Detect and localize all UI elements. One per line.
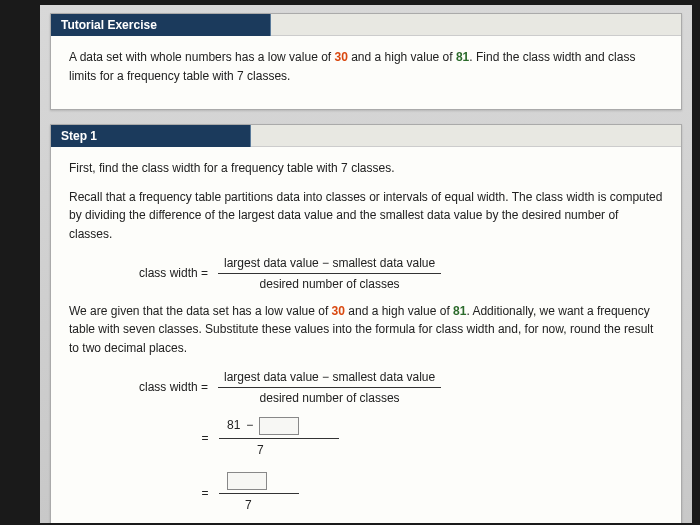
text: and a high value of [345,304,453,318]
formula-numerator-2: largest data value − smallest data value [218,368,441,389]
calc-fraction-1: 81 − 7 [219,416,339,461]
calc-row-1: = 81 − 7 [199,416,663,461]
equals-1: = [199,429,211,448]
formula-label-2: class width = [139,378,208,397]
step1-p3: We are given that the data set has a low… [69,302,663,358]
calc-high: 81 [227,416,240,435]
class-width-formula: class width = largest data value − small… [139,254,663,294]
calc-row-2: = 7 [199,471,663,516]
formula-numerator: largest data value − smallest data value [218,254,441,275]
tutorial-header: Tutorial Exercise [51,14,271,36]
tutorial-question: A data set with whole numbers has a low … [69,48,663,85]
equals-2: = [199,484,211,503]
low-value: 30 [334,50,347,64]
calc-denom: 7 [227,441,264,460]
low-value-input[interactable] [259,417,299,435]
step1-panel: Step 1 First, find the class width for a… [50,124,682,523]
formula-denominator: desired number of classes [254,274,406,294]
minus-sign: − [246,416,253,435]
text: and a high value of [348,50,456,64]
formula-fraction-2: largest data value − smallest data value… [218,368,441,408]
formula-fraction: largest data value − smallest data value… [218,254,441,294]
calc-denom-2: 7 [227,496,252,515]
tutorial-header-bar: Tutorial Exercise [51,14,681,36]
tutorial-exercise-panel: Tutorial Exercise A data set with whole … [50,13,682,110]
class-width-formula-repeat: class width = largest data value − small… [139,368,663,408]
high-value-2: 81 [453,304,466,318]
tutorial-body: A data set with whole numbers has a low … [51,36,681,109]
formula-denominator-2: desired number of classes [254,388,406,408]
formula-label: class width = [139,264,208,283]
text: A data set with whole numbers has a low … [69,50,334,64]
high-value: 81 [456,50,469,64]
step1-header: Step 1 [51,125,251,147]
text: We are given that the data set has a low… [69,304,332,318]
calc-fraction-2: 7 [219,471,299,516]
calculation-block: = 81 − 7 = [199,416,663,523]
step1-p1: First, find the class width for a freque… [69,159,663,178]
step1-p2: Recall that a frequency table partitions… [69,188,663,244]
step1-header-bar: Step 1 [51,125,681,147]
low-value-2: 30 [332,304,345,318]
step1-body: First, find the class width for a freque… [51,147,681,523]
difference-input[interactable] [227,472,267,490]
